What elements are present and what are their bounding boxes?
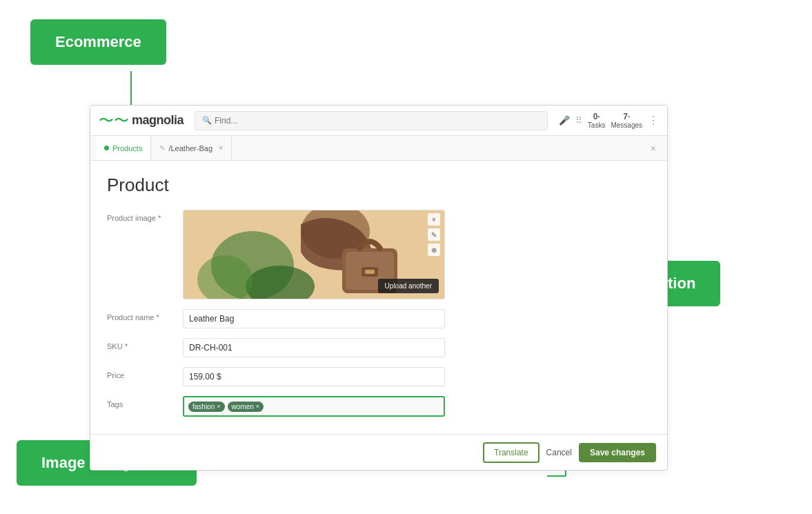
app-window: 〜〜 magnolia 🔍 🎤 ⠿ 0· Tasks 7· Messages ⋮…	[90, 105, 668, 471]
tasks-count: 0·	[593, 112, 600, 121]
edit-icon: ✎	[431, 231, 437, 239]
tab-products[interactable]: Products	[96, 136, 151, 160]
search-icon: 🔍	[202, 116, 212, 125]
topbar: 〜〜 magnolia 🔍 🎤 ⠿ 0· Tasks 7· Messages ⋮	[90, 106, 667, 136]
messages-label: Messages	[611, 121, 642, 129]
product-name-row: Product name *	[107, 309, 651, 328]
upload-another-button[interactable]: Upload another	[378, 279, 439, 293]
ecommerce-label: Ecommerce	[30, 19, 166, 65]
more-icon[interactable]: ⋮	[648, 114, 659, 127]
cancel-button[interactable]: Cancel	[546, 448, 572, 457]
price-row: Price	[107, 367, 651, 386]
search-input[interactable]	[215, 116, 540, 126]
product-image-label: Product image *	[107, 210, 183, 222]
image-zoom-button[interactable]: ⊕	[428, 244, 440, 256]
ecommerce-label-text: Ecommerce	[55, 33, 141, 50]
tag-fashion-remove[interactable]: ×	[217, 403, 220, 410]
image-edit-button[interactable]: ✎	[428, 228, 440, 241]
sku-row: SKU *	[107, 338, 651, 357]
tab-active-dot	[104, 146, 109, 150]
zoom-icon: ⊕	[431, 246, 437, 254]
logo-area: 〜〜 magnolia	[99, 110, 184, 131]
save-label: Save changes	[590, 448, 645, 457]
tab-leather-bag[interactable]: ✎ /Leather-Bag ×	[151, 136, 231, 160]
topbar-actions: 🎤 ⠿ 0· Tasks 7· Messages ⋮	[559, 112, 659, 129]
product-image-field: × ✎ ⊕ Upload another	[183, 210, 651, 299]
product-name-label: Product name *	[107, 309, 183, 322]
tag-fashion-label: fashion	[192, 403, 215, 411]
image-overlay-buttons: × ✎ ⊕	[428, 213, 440, 256]
tag-women-remove[interactable]: ×	[256, 403, 259, 410]
grid-icon: ⠿	[575, 115, 582, 126]
translate-label: Translate	[494, 448, 528, 457]
cancel-label: Cancel	[546, 448, 572, 457]
sku-label: SKU *	[107, 338, 183, 350]
upload-another-label: Upload another	[385, 282, 432, 290]
tags-field: fashion × women ×	[183, 396, 651, 417]
bag-illustration: × ✎ ⊕ Upload another	[184, 210, 444, 299]
tasks-label: Tasks	[588, 121, 606, 129]
translate-button[interactable]: Translate	[483, 442, 539, 463]
tag-women[interactable]: women ×	[228, 402, 264, 412]
page-title: Product	[107, 175, 651, 196]
search-bar[interactable]: 🔍	[195, 111, 548, 130]
price-label: Price	[107, 367, 183, 379]
close-icon: ×	[432, 216, 436, 224]
mic-icon: 🎤	[559, 115, 570, 126]
price-field	[183, 367, 651, 386]
image-close-button[interactable]: ×	[428, 213, 440, 226]
tabbar: Products ✎ /Leather-Bag × ×	[90, 136, 667, 161]
tags-row: Tags fashion × women ×	[107, 396, 651, 417]
product-name-field	[183, 309, 651, 328]
sku-input[interactable]	[183, 338, 445, 357]
tag-fashion[interactable]: fashion ×	[188, 402, 225, 412]
sku-field	[183, 338, 651, 357]
product-name-input[interactable]	[183, 309, 445, 328]
save-button[interactable]: Save changes	[579, 443, 656, 462]
tags-label: Tags	[107, 396, 183, 408]
tasks-badge[interactable]: 0· Tasks	[588, 112, 606, 129]
tags-input[interactable]: fashion × women ×	[183, 396, 445, 417]
product-image-row: Product image *	[107, 210, 651, 299]
content-area: Product Product image *	[90, 161, 667, 434]
tab-products-label: Products	[112, 144, 142, 152]
messages-badge[interactable]: 7· Messages	[611, 112, 642, 129]
tab-leather-bag-label: /Leather-Bag	[168, 144, 212, 152]
action-bar: Translate Cancel Save changes	[90, 434, 667, 470]
app-logo-text: magnolia	[132, 113, 184, 128]
tag-women-label: women	[232, 403, 254, 411]
logo-squiggle-icon: 〜〜	[99, 110, 129, 131]
messages-count: 7·	[623, 112, 630, 121]
tab-close-icon[interactable]: ×	[219, 144, 223, 152]
price-input[interactable]	[183, 367, 445, 386]
close-all-icon[interactable]: ×	[651, 143, 656, 154]
svg-rect-11	[365, 270, 375, 274]
tab-close-all: ×	[651, 142, 662, 155]
edit-icon: ✎	[159, 144, 165, 152]
image-upload-box[interactable]: × ✎ ⊕ Upload another	[183, 210, 445, 299]
